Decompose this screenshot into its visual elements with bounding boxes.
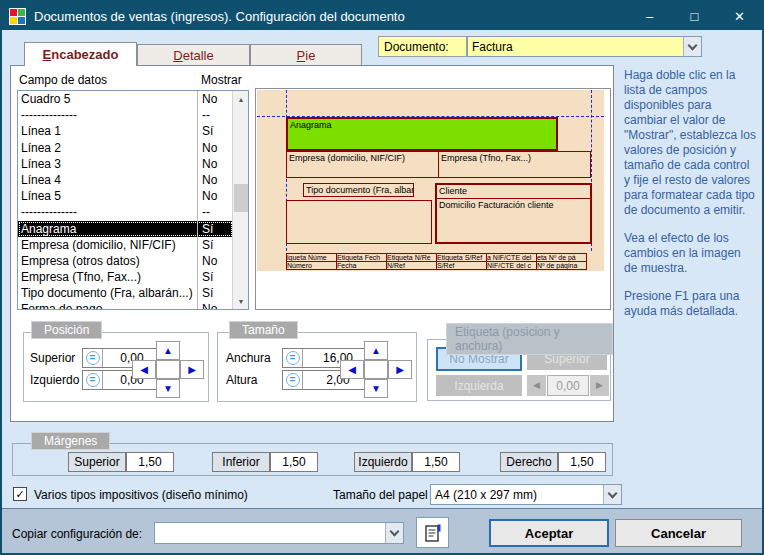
tamano-group: Anchura = 16,00 Altura = 2,00 ▲ ◀ ▶ ▼ bbox=[217, 332, 417, 402]
paper-dropdown-button[interactable] bbox=[603, 485, 621, 504]
list-item[interactable]: ---------------- bbox=[18, 204, 233, 220]
scroll-up-icon[interactable]: ▲ bbox=[233, 91, 249, 107]
etiqueta-value-field: 0,00 bbox=[547, 375, 589, 396]
resize-left-button[interactable]: ◀ bbox=[340, 360, 364, 379]
margen-inferior-field[interactable]: 1,50 bbox=[270, 452, 318, 472]
preview-tipo-documento-box: Tipo documento (Fra, albarán.. bbox=[303, 183, 414, 197]
preview-anagrama-box: Anagrama bbox=[286, 117, 558, 151]
documento-label: Documento: bbox=[378, 36, 467, 57]
list-item[interactable]: ---------------- bbox=[18, 107, 233, 123]
move-up-button[interactable]: ▲ bbox=[156, 341, 180, 360]
footer-bar: Copiar configuración de: Aceptar Cancela… bbox=[2, 508, 762, 555]
cancelar-button[interactable]: Cancelar bbox=[615, 519, 742, 547]
preview-page: Anagrama Empresa (domicilio, NIF/CIF) Em… bbox=[257, 90, 604, 271]
chevron-down-icon bbox=[608, 488, 618, 498]
etiqueta-group-label: Etiqueta (posicion y anchura) bbox=[446, 323, 613, 355]
list-item[interactable]: Empresa (Tfno, Fax...)Sí bbox=[18, 269, 233, 285]
preview-empty-box bbox=[286, 200, 432, 244]
move-left-button[interactable]: ◀ bbox=[132, 360, 156, 379]
tab-pie[interactable]: Pie bbox=[250, 44, 362, 65]
scrollbar-thumb[interactable] bbox=[234, 184, 248, 212]
margen-izquierdo-label: Izquierdo bbox=[354, 452, 412, 472]
resize-up-button[interactable]: ▲ bbox=[364, 341, 388, 360]
tab-encabezado[interactable]: Encabezado bbox=[24, 42, 137, 66]
title-bar: Documentos de ventas (ingresos). Configu… bbox=[2, 2, 762, 30]
list-item[interactable]: Línea 3No bbox=[18, 156, 233, 172]
close-button[interactable]: ✕ bbox=[717, 2, 762, 30]
etiqueta-left-arrow-icon: ◀ bbox=[527, 375, 546, 396]
tamano-group-label: Tamaño bbox=[229, 321, 298, 339]
maximize-button[interactable]: □ bbox=[672, 2, 717, 30]
margen-derecho-field[interactable]: 1,50 bbox=[558, 452, 606, 472]
list-item[interactable]: Empresa (otros datos)No bbox=[18, 253, 233, 269]
list-item[interactable]: Línea 5No bbox=[18, 188, 233, 204]
tab-detalle[interactable]: Detalle bbox=[137, 44, 250, 65]
list-item[interactable]: Empresa (domicilio, NIF/CIF)Sí bbox=[18, 237, 233, 253]
etiqueta-right-arrow-icon: ▶ bbox=[590, 375, 609, 396]
tab-page-encabezado: Campo de datos Mostrar Cuadro 5No ------… bbox=[10, 65, 614, 422]
documento-combobox[interactable]: Factura bbox=[467, 36, 702, 57]
izquierdo-label: Izquierdo bbox=[30, 373, 79, 387]
minimize-button[interactable]: – bbox=[627, 2, 672, 30]
resize-right-button[interactable]: ▶ bbox=[388, 360, 412, 379]
varios-tipos-checkbox[interactable]: ✓ bbox=[13, 487, 27, 501]
tamano-papel-combobox[interactable]: A4 (210 x 297 mm) bbox=[430, 484, 622, 505]
chevron-down-icon bbox=[688, 40, 698, 50]
posicion-group-label: Posición bbox=[31, 321, 102, 339]
window-title: Documentos de ventas (ingresos). Configu… bbox=[34, 9, 405, 24]
list-item[interactable]: Línea 1Sí bbox=[18, 123, 233, 139]
scroll-down-icon[interactable]: ▼ bbox=[233, 293, 249, 309]
list-item[interactable]: Cuadro 5No bbox=[18, 91, 233, 107]
preview-cliente-box: Cliente Domicilio Facturación cliente bbox=[435, 183, 592, 244]
preview-columns-table: iqueta Núme Etiqueta Fech Etiqueta N/Re … bbox=[286, 253, 587, 270]
superior-label: Superior bbox=[30, 351, 75, 365]
list-item[interactable]: Línea 4No bbox=[18, 172, 233, 188]
documento-dropdown-button[interactable] bbox=[683, 37, 701, 56]
altura-label: Altura bbox=[226, 373, 257, 387]
document-preview: Anagrama Empresa (domicilio, NIF/CIF) Em… bbox=[255, 88, 611, 310]
margen-derecho-label: Derecho bbox=[500, 452, 558, 472]
margen-superior-label: Superior bbox=[68, 452, 126, 472]
copy-document-icon bbox=[423, 523, 443, 543]
tamano-papel-label: Tamaño del papel bbox=[333, 488, 428, 502]
copiar-configuracion-label: Copiar configuración de: bbox=[12, 527, 142, 541]
spinner-equals-icon[interactable]: = bbox=[283, 371, 303, 389]
margen-izquierdo-field[interactable]: 1,50 bbox=[412, 452, 460, 472]
copy-dropdown-button[interactable] bbox=[385, 523, 403, 543]
list-header-show: Mostrar bbox=[201, 73, 247, 87]
spinner-equals-icon[interactable]: = bbox=[83, 349, 103, 367]
list-item[interactable]: Tipo documento (Fra, albarán...)Sí bbox=[18, 285, 233, 301]
margenes-group-label: Márgenes bbox=[31, 432, 110, 450]
resize-down-button[interactable]: ▼ bbox=[364, 379, 388, 398]
anchura-label: Anchura bbox=[226, 351, 271, 365]
move-right-button[interactable]: ▶ bbox=[180, 360, 204, 379]
margen-superior-field[interactable]: 1,50 bbox=[126, 452, 174, 472]
spinner-equals-icon[interactable]: = bbox=[83, 371, 103, 389]
resize-center-cell bbox=[364, 360, 388, 379]
chevron-down-icon bbox=[390, 527, 400, 537]
copy-config-button[interactable] bbox=[416, 517, 449, 548]
spinner-equals-icon[interactable]: = bbox=[283, 349, 303, 367]
preview-empresa-domicilio-box: Empresa (domicilio, NIF/CIF) bbox=[286, 151, 439, 178]
aceptar-button[interactable]: Aceptar bbox=[489, 519, 609, 547]
list-item-selected[interactable]: AnagramaSí bbox=[18, 221, 233, 237]
list-header-field: Campo de datos bbox=[19, 73, 107, 87]
preview-empresa-tfno-box: Empresa (Tfno, Fax...) bbox=[438, 151, 591, 178]
list-item[interactable]: Línea 2No bbox=[18, 140, 233, 156]
etiqueta-izquierda-button: Izquierda bbox=[436, 375, 522, 396]
posicion-group: Superior = 0,00 Izquierdo = 0,00 ▲ ◀ ▶ ▼ bbox=[23, 332, 209, 402]
field-listbox[interactable]: Cuadro 5No ---------------- Línea 1Sí Lí… bbox=[17, 90, 249, 310]
list-scrollbar[interactable]: ▲ ▼ bbox=[232, 91, 248, 309]
varios-tipos-label: Varios tipos impositivos (diseño mínimo) bbox=[34, 488, 248, 502]
app-icon bbox=[9, 8, 26, 25]
documento-value: Factura bbox=[468, 37, 683, 56]
list-item[interactable]: Forma de pagoNo bbox=[18, 301, 233, 310]
move-down-button[interactable]: ▼ bbox=[156, 379, 180, 398]
copiar-configuracion-combobox[interactable] bbox=[154, 522, 404, 544]
document-config-dialog: Documentos de ventas (ingresos). Configu… bbox=[0, 0, 764, 555]
margen-inferior-label: Inferior bbox=[212, 452, 270, 472]
help-text: Haga doble clic en la lista de campos di… bbox=[624, 68, 757, 332]
move-center-cell bbox=[156, 360, 180, 379]
